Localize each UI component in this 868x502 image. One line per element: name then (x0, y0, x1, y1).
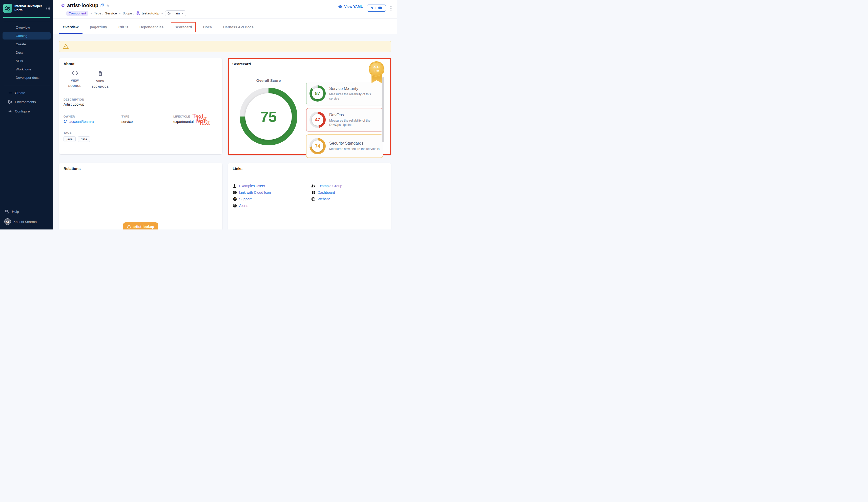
overall-score-block: Overall Score 75 (232, 66, 305, 158)
cards-grid: About VIEW SOURCE (59, 58, 391, 230)
owner-value: account/team-a (69, 120, 94, 123)
sidebar-item-workflows[interactable]: Workflows (2, 66, 51, 73)
overall-score-gauge: 75 (240, 88, 297, 145)
page-root: Internal Developer Portal Overview Catal… (0, 0, 397, 230)
app-title: Internal Developer Portal (14, 4, 43, 12)
overall-score-value: 75 (260, 108, 277, 125)
description-value: Artist Lookup (63, 102, 218, 107)
about-title: About (63, 62, 218, 66)
warning-banner (59, 41, 391, 52)
sidebar-divider-mid (3, 86, 50, 86)
links-title: Links (232, 167, 386, 171)
help-chat-icon: ? (5, 210, 9, 214)
tab-docs[interactable]: Docs (199, 22, 216, 34)
sidebar-item-configure[interactable]: Configure (2, 107, 51, 115)
sidebar-item-catalog[interactable]: Catalog (2, 32, 51, 40)
chip-icon (127, 225, 131, 229)
branch-value: main (173, 11, 180, 15)
sidebar-item-create[interactable]: Create (2, 41, 51, 48)
tab-harness-api-docs[interactable]: Harness API Docs (219, 22, 258, 34)
link-examples-users[interactable]: Examples Users (232, 184, 311, 188)
group-icon (63, 120, 68, 123)
link-dashboard[interactable]: Dashboard (311, 190, 386, 194)
link-example-group[interactable]: Example Group (311, 184, 386, 188)
sliders-logo-icon (5, 6, 10, 11)
sidebar-item-overview[interactable]: Overview (2, 24, 51, 31)
code-icon (72, 71, 78, 76)
view-yaml-button[interactable]: View YAML (338, 4, 363, 9)
component-gear-icon: ⚙ (61, 3, 65, 8)
view-source-button[interactable]: VIEW SOURCE (64, 71, 86, 89)
dot-separator: ● (90, 12, 92, 15)
type-label: Type : (94, 11, 103, 15)
more-options-kebab[interactable] (390, 5, 392, 12)
edit-button[interactable]: ✎ Edit (367, 4, 386, 12)
favorite-star-icon[interactable]: ★ (106, 3, 110, 8)
apps-grid-icon[interactable] (46, 7, 50, 10)
hexagons-icon (8, 100, 12, 104)
links-card: Links Examples Users (228, 163, 391, 230)
tab-cicd[interactable]: CI/CD (114, 22, 132, 34)
sidebar-accent-divider (3, 17, 50, 18)
user-icon (232, 184, 237, 188)
sidebar-item-apis[interactable]: APIs (2, 57, 51, 64)
dot-separator: ● (119, 12, 121, 15)
globe-icon (311, 197, 315, 201)
check-card-devops[interactable]: 47 DevOps Measures the reliability of th… (306, 108, 383, 131)
check-card-service-maturity[interactable]: 87 Service Maturity Measures the reliabi… (306, 82, 383, 105)
edit-label: Edit (375, 6, 382, 10)
lifecycle-value: experimental (173, 120, 194, 123)
scope-label: Scope : (123, 11, 134, 15)
sidebar-item-docs[interactable]: Docs (2, 49, 51, 56)
view-techdocs-label: VIEW TECHDOCS (89, 79, 111, 89)
check-name: Security Standards (329, 141, 380, 145)
tab-overview[interactable]: Overview (59, 22, 83, 34)
copy-icon[interactable] (101, 3, 104, 7)
type-value: Service (105, 11, 117, 15)
main-area: ⚙ artist-lookup ★ Component ● Type : Ser… (53, 0, 397, 230)
relations-title: Relations (63, 167, 218, 171)
check-name: DevOps (329, 113, 380, 117)
link-alerts[interactable]: Alerts (232, 204, 311, 208)
tab-scorecard[interactable]: Scorecard (175, 25, 192, 29)
branch-icon (167, 12, 171, 15)
dashboard-icon (311, 191, 315, 194)
tab-pagerduty[interactable]: pagerduty (86, 22, 111, 34)
tag-chip-java[interactable]: java (63, 136, 76, 142)
docs-icon (98, 71, 103, 76)
sidebar-item-create-action[interactable]: Create (2, 89, 51, 97)
scorecard-card: Scorecard Overall Score 75 (228, 58, 391, 155)
link-website[interactable]: Website (311, 197, 386, 201)
description-label: DESCRIPTION (63, 98, 218, 101)
svg-text:?: ? (234, 198, 235, 200)
type-field-value: service (122, 120, 173, 123)
tag-chip-data[interactable]: data (78, 136, 90, 142)
link-support[interactable]: ? Support (232, 197, 311, 201)
avatar: KS (4, 218, 11, 225)
sidebar-item-developer-docs[interactable]: Developer docs (2, 74, 51, 81)
check-name: Service Maturity (329, 87, 380, 91)
pencil-icon: ✎ (371, 6, 374, 10)
kind-badge[interactable]: Component (66, 11, 88, 16)
sidebar-item-environments[interactable]: Environments (2, 98, 51, 106)
check-description: Measures the reliability of this service (329, 92, 380, 101)
view-techdocs-button[interactable]: VIEW TECHDOCS (89, 71, 111, 89)
type-field-label: TYPE (122, 115, 173, 118)
sidebar-header: Internal Developer Portal (0, 0, 53, 16)
link-with-cloud-icon[interactable]: Link with Cloud Icon (232, 190, 311, 194)
sidebar-divider-top (3, 22, 50, 22)
checks-scrollbar[interactable] (382, 77, 384, 142)
sidebar-help[interactable]: ? Help (0, 208, 53, 216)
tab-dependencies[interactable]: Dependencies (135, 22, 167, 34)
chevron-down-icon (181, 12, 184, 14)
owner-link[interactable]: account/team-a (63, 120, 122, 123)
scorecard-tab-annotation-box: Scorecard (171, 22, 196, 32)
check-description: Measures how secure the service is (329, 147, 380, 151)
harness-idp-logo[interactable] (3, 4, 12, 13)
branch-selector[interactable]: main (165, 10, 186, 16)
sidebar-spacer (0, 116, 53, 208)
relations-node-artist-lookup[interactable]: artist-lookup (123, 222, 158, 230)
group-icon (311, 184, 315, 188)
check-card-security-standards[interactable]: 74 Security Standards Measures how secur… (306, 134, 383, 158)
sidebar-user[interactable]: KS Khushi Sharma (0, 216, 53, 230)
